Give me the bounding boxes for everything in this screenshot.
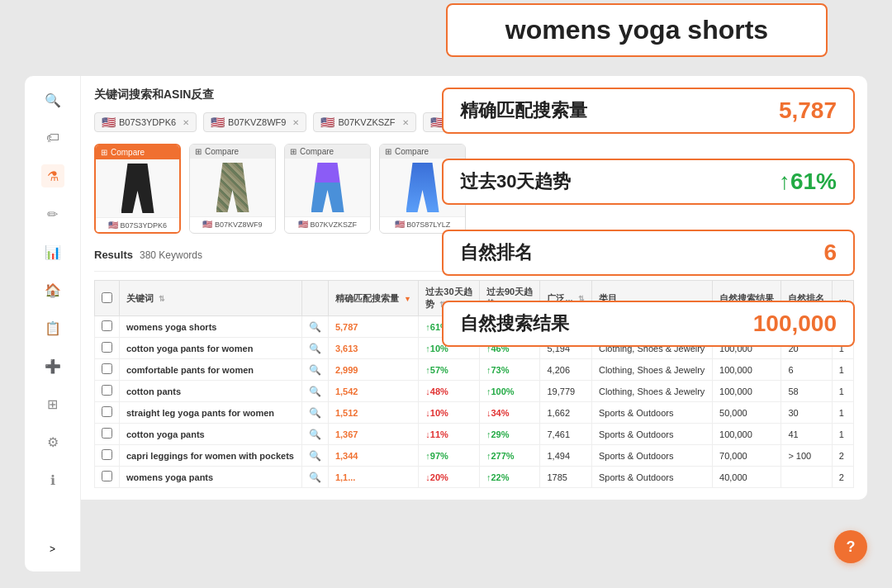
trend90-6: ↑277% xyxy=(479,445,540,467)
pants-camo xyxy=(216,163,249,212)
sidebar-icon-home[interactable]: 🏠 xyxy=(41,278,64,301)
row-checkbox-3[interactable] xyxy=(95,381,120,402)
close-asin-2[interactable]: ✕ xyxy=(402,118,409,127)
keyword-cell-7: womens yoga pants xyxy=(120,467,302,488)
sidebar-icon-pencil[interactable]: ✏ xyxy=(41,202,64,225)
other-5: 1 xyxy=(832,424,853,445)
keyword-cell-4: straight leg yoga pants for women xyxy=(120,402,302,424)
keyword-cell-2: comfortable pants for women xyxy=(120,359,302,381)
category-7: Sports & Outdoors xyxy=(591,467,712,488)
row-checkbox-0[interactable] xyxy=(95,316,120,338)
sidebar-expand[interactable]: > xyxy=(25,543,80,555)
card-image-2 xyxy=(285,159,370,216)
card-header-1: ⊞ Compare xyxy=(190,145,275,159)
sidebar-icon-tag[interactable]: 🏷 xyxy=(41,126,64,149)
organic-results-5: 100,000 xyxy=(713,424,781,445)
asin-code-2: B07KVZKSZF xyxy=(338,117,395,127)
organic-results-2: 100,000 xyxy=(713,359,781,381)
compare-label-0: Compare xyxy=(111,148,145,157)
row-select-2[interactable] xyxy=(102,363,112,374)
row-select-0[interactable] xyxy=(102,320,112,331)
close-asin-0[interactable]: ✕ xyxy=(183,118,189,127)
trend90-2: ↑73% xyxy=(479,359,540,381)
th-exact-search: 精确匹配搜索量 ▼ xyxy=(328,281,418,316)
stat-box-3: 自然排名 6 xyxy=(442,230,855,276)
asin-tag-2[interactable]: 🇺🇸 B07KVZKSZF ✕ xyxy=(313,112,415,132)
product-card-0[interactable]: ⊞ Compare 🇺🇸 B07S3YDPK6 xyxy=(94,144,181,234)
row-checkbox-7[interactable] xyxy=(95,467,120,488)
stat-value-3: 6 xyxy=(823,239,837,266)
row-select-5[interactable] xyxy=(102,428,112,439)
organic-rank-6: > 100 xyxy=(781,445,832,467)
stat-label-3: 自然排名 xyxy=(460,240,533,265)
row-checkbox-4[interactable] xyxy=(95,402,120,424)
table-row: cotton pants 🔍 1,542 ↓48% ↑100% 19,779 C… xyxy=(95,381,854,402)
compare-label-3: Compare xyxy=(395,147,429,156)
row-checkbox-6[interactable] xyxy=(95,445,120,467)
trend90-7: ↑22% xyxy=(479,467,540,488)
sidebar-icon-settings[interactable]: ⚙ xyxy=(41,430,64,453)
sidebar-icon-search[interactable]: 🔍 xyxy=(41,88,64,111)
help-button[interactable]: ? xyxy=(834,530,867,563)
exact-search-2: 2,999 xyxy=(328,359,418,381)
asin-tag-0[interactable]: 🇺🇸 B07S3YDPK6 ✕ xyxy=(94,112,197,132)
trend30-2: ↑57% xyxy=(419,359,480,381)
broad-7: 1785 xyxy=(540,467,592,488)
sidebar-icon-plus[interactable]: ➕ xyxy=(41,354,64,377)
trend90-5: ↑29% xyxy=(479,424,540,445)
close-asin-1[interactable]: ✕ xyxy=(292,118,299,127)
sidebar-icon-table[interactable]: 📋 xyxy=(41,316,64,339)
stat-value-1: 5,787 xyxy=(779,97,837,124)
exact-search-7: 1,1... xyxy=(328,467,418,488)
section-title-text: 关键词搜索和ASIN反查 xyxy=(94,88,214,102)
organic-rank-5: 41 xyxy=(781,424,832,445)
broad-3: 19,779 xyxy=(540,381,592,402)
card-image-1 xyxy=(190,159,275,216)
other-7: 2 xyxy=(832,467,853,488)
sidebar-icon-grid[interactable]: ⊞ xyxy=(41,392,64,415)
search-icon-cell-2: 🔍 xyxy=(301,359,328,381)
row-select-3[interactable] xyxy=(102,385,112,396)
card-asin-2: 🇺🇸 B07KVZKSZF xyxy=(285,216,370,231)
card-asin-text-1: B07KVZ8WF9 xyxy=(215,220,263,229)
expand-arrow[interactable]: > xyxy=(50,543,55,555)
compare-label-2: Compare xyxy=(300,147,334,156)
other-6: 2 xyxy=(832,445,853,467)
row-select-6[interactable] xyxy=(102,449,112,460)
keyword-cell-3: cotton pants xyxy=(120,381,302,402)
row-checkbox-5[interactable] xyxy=(95,424,120,445)
asin-tag-1[interactable]: 🇺🇸 B07KVZ8WF9 ✕ xyxy=(203,112,306,132)
broad-5: 7,461 xyxy=(540,424,592,445)
keyword-cell-0: womens yoga shorts xyxy=(120,316,302,338)
exact-search-6: 1,344 xyxy=(328,445,418,467)
search-icon-cell-7: 🔍 xyxy=(301,467,328,488)
search-icon-cell-0: 🔍 xyxy=(301,316,328,338)
card-asin-text-2: B07KVZKSZF xyxy=(310,220,357,229)
card-header-2: ⊞ Compare xyxy=(285,145,370,159)
row-select-7[interactable] xyxy=(102,471,112,481)
title-banner: womens yoga shorts xyxy=(446,3,828,57)
stat-label-2: 过去30天趋势 xyxy=(460,169,571,194)
sidebar-icon-chart[interactable]: 📊 xyxy=(41,240,64,263)
asin-code-1: B07KVZ8WF9 xyxy=(228,117,286,127)
search-icon-cell-5: 🔍 xyxy=(301,424,328,445)
card-asin-text-0: B07S3YDPK6 xyxy=(120,221,167,230)
results-label: Results xyxy=(94,249,133,261)
pants-colorblock xyxy=(311,163,344,212)
product-card-1[interactable]: ⊞ Compare 🇺🇸 B07KVZ8WF9 xyxy=(189,144,276,234)
sidebar-icon-info[interactable]: ℹ xyxy=(41,468,64,491)
row-select-1[interactable] xyxy=(102,342,112,353)
row-select-4[interactable] xyxy=(102,406,112,417)
th-icon xyxy=(301,281,328,316)
organic-rank-3: 58 xyxy=(781,381,832,402)
sidebar-icon-filter[interactable]: ⚗ xyxy=(41,164,64,187)
row-checkbox-1[interactable] xyxy=(95,338,120,359)
table-row: capri leggings for women with pockets 🔍 … xyxy=(95,445,854,467)
product-card-2[interactable]: ⊞ Compare 🇺🇸 B07KVZKSZF xyxy=(284,144,371,234)
organic-rank-4: 30 xyxy=(781,402,832,424)
keyword-cell-6: capri leggings for women with pockets xyxy=(120,445,302,467)
select-all-checkbox[interactable] xyxy=(102,292,112,303)
th-checkbox xyxy=(95,281,120,316)
row-checkbox-2[interactable] xyxy=(95,359,120,381)
stat-box-1: 精确匹配搜索量 5,787 xyxy=(442,88,855,134)
